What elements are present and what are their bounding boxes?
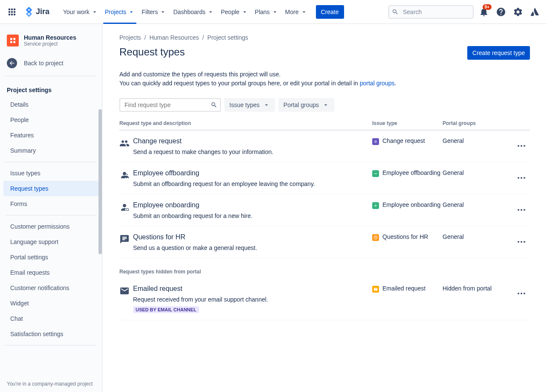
issue-types-filter[interactable]: Issue types [224, 98, 275, 112]
row-title: Emailed request [133, 285, 364, 293]
more-actions-button[interactable] [515, 203, 528, 218]
nav-plans[interactable]: Plans [252, 5, 282, 19]
sidebar-item-details[interactable]: Details [3, 97, 98, 112]
svg-point-13 [524, 177, 525, 179]
create-request-type-button[interactable]: Create request type [467, 46, 530, 60]
more-actions-button[interactable] [515, 139, 528, 154]
sidebar: Human Resources Service project Back to … [0, 24, 102, 392]
settings-gear-icon[interactable] [511, 5, 525, 19]
svg-point-16 [521, 209, 522, 211]
table-row[interactable]: Questions for HR Send us a question or m… [119, 226, 530, 258]
table-row[interactable]: Change request Send a request to make ch… [119, 131, 530, 163]
scrollbar-thumb[interactable] [98, 109, 102, 254]
row-desc: Send a request to make changes to your i… [133, 148, 364, 155]
divider [5, 215, 97, 215]
search-box [388, 5, 474, 19]
sidebar-item-forms[interactable]: Forms [3, 196, 98, 212]
table-body: Change request Send a request to make ch… [119, 131, 530, 258]
sidebar-item-customer-permissions[interactable]: Customer permissions [3, 219, 98, 234]
breadcrumbs: Projects / Human Resources / Project set… [119, 34, 530, 41]
portal-group: General [443, 137, 513, 155]
search-input[interactable] [388, 5, 474, 19]
sidebar-item-request-types[interactable]: Request types [3, 181, 98, 196]
nav-more[interactable]: More [282, 5, 311, 19]
atlassian-icon[interactable] [528, 5, 542, 19]
sidebar-footer: You're in a company-managed project [0, 376, 102, 392]
divider [5, 76, 97, 76]
issue-type: Employee offboarding [372, 169, 443, 187]
notification-badge: 9+ [483, 4, 492, 10]
find-request-type-input[interactable] [119, 98, 221, 112]
sidebar-item-chat[interactable]: Chat [3, 311, 98, 326]
col-header-portal: Portal groups [443, 120, 513, 126]
sidebar-item-issue-types[interactable]: Issue types [3, 166, 98, 181]
sidebar-item-customer-notifications[interactable]: Customer notifications [3, 280, 98, 296]
page-header: Request types Create request type [119, 46, 530, 60]
svg-rect-1 [13, 38, 15, 40]
jira-logo[interactable]: Jira [20, 7, 53, 17]
main-content: Projects / Human Resources / Project set… [102, 24, 547, 392]
notifications-button[interactable]: 9+ [477, 5, 491, 19]
svg-rect-10 [374, 174, 377, 174]
sidebar-item-people[interactable]: People [3, 112, 98, 128]
table-hidden-body: Emailed request Request received from yo… [119, 278, 530, 320]
back-arrow-icon [7, 58, 17, 68]
breadcrumb-project-settings[interactable]: Project settings [207, 34, 248, 41]
table-row[interactable]: Employee onboarding Submit an onboarding… [119, 195, 530, 226]
search-icon [392, 9, 399, 15]
sidebar-item-satisfaction-settings[interactable]: Satisfaction settings [3, 326, 98, 342]
sidebar-item-widget[interactable]: Widget [3, 296, 98, 311]
portal-groups-filter[interactable]: Portal groups [278, 98, 334, 112]
row-title: Questions for HR [133, 233, 364, 241]
row-title: Employee offboarding [133, 169, 364, 177]
request-type-icon [119, 285, 133, 313]
header-right: 9+ [388, 5, 542, 19]
header-left: Jira Your work Projects Filters Dashboar… [5, 5, 344, 19]
breadcrumb-human-resources[interactable]: Human Resources [149, 34, 199, 41]
create-button[interactable]: Create [316, 5, 344, 19]
email-channel-badge: USED BY EMAIL CHANNEL [133, 306, 199, 313]
nav-filters[interactable]: Filters [138, 5, 170, 19]
nav-dashboards[interactable]: Dashboards [170, 5, 217, 19]
jira-logo-text: Jira [36, 7, 49, 16]
table-row[interactable]: Employee offboarding Submit an offboardi… [119, 163, 530, 195]
svg-rect-6 [374, 142, 377, 142]
row-desc: Submit an onboarding request for a new h… [133, 212, 364, 219]
more-actions-button[interactable] [515, 235, 528, 250]
svg-point-19 [521, 241, 522, 243]
sidebar-item-summary[interactable]: Summary [3, 143, 98, 158]
col-header-issue: Issue type [372, 120, 443, 126]
portal-groups-link[interactable]: portal groups [360, 80, 395, 87]
svg-point-20 [524, 241, 525, 243]
table-row[interactable]: Emailed request Request received from yo… [119, 278, 530, 320]
row-title: Change request [133, 137, 364, 145]
more-actions-button[interactable] [515, 287, 528, 302]
find-input-wrapper [119, 98, 221, 112]
nav-people[interactable]: People [217, 5, 252, 19]
sidebar-item-features[interactable]: Features [3, 128, 98, 143]
sidebar-item-email-requests[interactable]: Email requests [3, 265, 98, 280]
breadcrumb-projects[interactable]: Projects [119, 34, 141, 41]
nav-projects[interactable]: Projects [101, 5, 139, 19]
row-title: Employee onboarding [133, 201, 364, 209]
sidebar-item-language-support[interactable]: Language support [3, 234, 98, 250]
app-switcher-icon[interactable] [5, 5, 19, 19]
svg-rect-0 [10, 38, 12, 40]
sidebar-scroll[interactable]: Human Resources Service project Back to … [0, 24, 102, 376]
top-header: Jira Your work Projects Filters Dashboar… [0, 0, 547, 24]
svg-rect-4 [374, 142, 377, 143]
sidebar-item-portal-settings[interactable]: Portal settings [3, 250, 98, 265]
hidden-section-title: Request types hidden from portal [119, 258, 530, 278]
svg-point-12 [521, 177, 522, 179]
project-header[interactable]: Human Resources Service project [0, 24, 102, 54]
more-actions-button[interactable] [515, 171, 528, 186]
project-icon [7, 35, 19, 46]
back-to-project[interactable]: Back to project [0, 54, 102, 73]
col-header-desc: Request type and description [119, 120, 372, 126]
help-icon[interactable] [494, 5, 508, 19]
portal-group: General [443, 169, 513, 187]
svg-point-17 [524, 209, 525, 211]
nav-your-work[interactable]: Your work [60, 5, 101, 19]
table-header: Request type and description Issue type … [119, 120, 530, 131]
request-type-icon [119, 169, 133, 187]
